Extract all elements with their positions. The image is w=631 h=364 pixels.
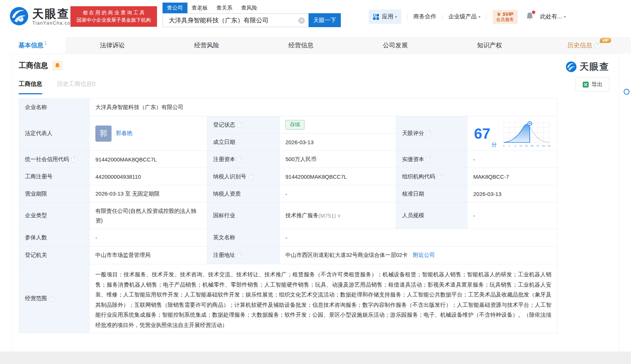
reg-number-label: 工商注册号 — [19, 168, 90, 185]
tab-label: 基本信息 — [18, 41, 43, 50]
apps-menu[interactable]: 应用 — [369, 10, 401, 24]
help-icon[interactable] — [237, 156, 243, 162]
business-cooperation-link[interactable]: 商务合作 — [413, 13, 436, 21]
excel-export-icon — [583, 81, 589, 88]
tab-history-info[interactable]: VIP 历史信息 — [537, 37, 631, 54]
section-header: 工商信息 — [19, 61, 62, 70]
business-info-card: 工商信息 天眼查 导出 工商信息 — [12, 54, 619, 352]
search-area: 查公司 查老板 查关系 查风险 天眼一下 — [163, 3, 341, 27]
english-name-label: 英文名称 — [207, 229, 280, 247]
svg-text:85: 85 — [530, 145, 533, 147]
tab-label: 公司发展 — [383, 41, 408, 50]
search-input[interactable] — [168, 16, 298, 24]
search-tab-relation[interactable]: 查关系 — [212, 3, 237, 13]
svg-text:0: 0 — [503, 145, 504, 147]
biz-scope-label: 经营范围 — [19, 264, 90, 333]
nearby-companies-link[interactable]: 附近公司 — [413, 252, 435, 259]
username: 此处有... — [540, 13, 562, 21]
paid-capital-value: - — [467, 151, 558, 168]
slogan-line1: 都 在 用 的 商 业 查 询 工 具 — [74, 9, 153, 17]
subtab-history-business-info[interactable]: 历史工商信息0 — [57, 80, 95, 94]
tab-company-development[interactable]: 公司发展 — [348, 37, 442, 54]
tab-operation-risk[interactable]: 经营风险 — [160, 37, 254, 54]
tab-label: 法律诉讼 — [100, 41, 125, 50]
staff-size-label: 人员规模 — [396, 203, 467, 229]
monitor-bell-button[interactable] — [52, 61, 62, 70]
subtabs: 工商信息 历史工商信息0 — [19, 80, 110, 94]
search-box — [163, 13, 309, 27]
search-tabs: 查公司 查老板 查关系 查风险 — [163, 3, 341, 13]
tianyancha-logo-icon — [10, 7, 29, 27]
export-label: 导出 — [592, 81, 603, 88]
svip-label: SVIP — [496, 11, 514, 17]
taxpayer-quality-label: 纳税人资质 — [207, 185, 280, 203]
industry-value: 技术推广服务 (M751) — [280, 203, 396, 229]
vip-badge: VIP — [600, 38, 611, 43]
tab-operation-info[interactable]: 经营信息 — [254, 37, 348, 54]
apps-grid-icon — [373, 14, 379, 20]
help-icon[interactable] — [71, 156, 77, 162]
search-button[interactable]: 天眼一下 — [309, 13, 341, 27]
tab-basic-info[interactable]: 基本信息 1 — [0, 37, 65, 54]
industry-label: 国标行业 — [207, 203, 280, 229]
section-title: 工商信息 — [19, 61, 48, 70]
reg-address-label: 注册地址 — [207, 247, 280, 264]
legal-rep-avatar[interactable]: 郭 — [95, 125, 112, 142]
paid-capital-label: 实缴资本 — [396, 151, 467, 168]
export-button[interactable]: 导出 — [576, 77, 609, 91]
help-icon[interactable] — [437, 174, 443, 179]
legal-rep-name-link[interactable]: 郭春艳 — [116, 130, 132, 137]
clear-icon[interactable] — [298, 17, 305, 24]
score-value: 67 分 — [467, 116, 558, 151]
help-icon[interactable] — [237, 252, 243, 258]
reg-authority-value: 中山市市场监督管理局 — [90, 247, 207, 264]
insured-label: 参保人数 — [19, 229, 90, 247]
svg-text:3: 3 — [514, 145, 516, 147]
watermark-text: 天眼查 — [580, 61, 609, 73]
brand-logo[interactable]: 天眼查 TianYanCha.com — [10, 7, 75, 27]
help-icon[interactable] — [595, 43, 601, 48]
tab-intellectual-property[interactable]: 知识产权 — [442, 37, 537, 54]
company-name-value: 大洋具身智能科技（广东）有限公司 — [90, 99, 558, 116]
brand-domain: TianYanCha.com — [32, 21, 75, 26]
help-icon[interactable] — [237, 122, 243, 128]
tianyancha-logo-icon — [566, 61, 577, 72]
help-icon[interactable] — [426, 156, 432, 162]
help-icon[interactable] — [426, 131, 432, 136]
svg-text:15: 15 — [519, 145, 522, 147]
search-tab-risk[interactable]: 查风险 — [237, 3, 262, 13]
org-code-label: 组织机构代码 — [396, 168, 467, 185]
subtab-business-info[interactable]: 工商信息 — [19, 80, 42, 94]
business-term-label: 营业期限 — [19, 185, 90, 203]
brand-name: 天眼查 — [32, 8, 75, 20]
notification-bell-button[interactable] — [526, 12, 534, 22]
chevron-down-icon[interactable] — [338, 213, 341, 218]
company-section-tabs: 基本信息 1 法律诉讼 经营风险 经营信息 公司发展 知识产权 VIP 历史信息 — [0, 37, 631, 54]
biz-scope-value: 一般项目：技术服务、技术开发、技术咨询、技术交流、技术转让、技术推广；租赁服务（… — [90, 264, 558, 333]
staff-size-value: - — [467, 203, 558, 229]
user-menu[interactable]: 此处有... — [540, 13, 566, 21]
slogan-badge: 都 在 用 的 商 业 查 询 工 具 国家中小企业发展子基金旗下机构 — [70, 6, 157, 27]
svip-member-button[interactable]: SVIP 会员服务 — [493, 10, 518, 24]
notification-dot — [532, 11, 535, 14]
svg-text:99: 99 — [542, 145, 545, 147]
help-icon[interactable] — [49, 296, 55, 302]
tab-label: 知识产权 — [477, 41, 502, 50]
floating-widget-button[interactable] — [624, 89, 630, 95]
company-type-value: 有限责任公司(自然人投资或控股的法人独资) — [90, 203, 207, 229]
header-right-nav: 应用 商务合作 企业级产品 SVIP 会员服务 此处有... — [369, 10, 566, 24]
approval-date-value: 2026-03-13 — [467, 185, 558, 203]
business-term-value: 2026-03-13 至 无固定期限 — [90, 185, 207, 203]
status-badge: 存续 — [285, 120, 304, 130]
svg-text:97: 97 — [536, 145, 539, 147]
watermark: 天眼查 — [566, 61, 609, 73]
search-tab-company[interactable]: 查公司 — [163, 3, 187, 13]
company-name-label: 企业名称 — [19, 99, 90, 116]
chevron-down-icon — [479, 15, 481, 19]
tab-legal-proceedings[interactable]: 法律诉讼 — [65, 37, 160, 54]
help-icon[interactable] — [248, 174, 254, 179]
search-tab-boss[interactable]: 查老板 — [187, 3, 212, 13]
enterprise-products-link[interactable]: 企业级产品 — [448, 13, 477, 21]
industry-code: (M751) — [318, 212, 336, 219]
tab-label: 历史信息 — [568, 41, 592, 50]
